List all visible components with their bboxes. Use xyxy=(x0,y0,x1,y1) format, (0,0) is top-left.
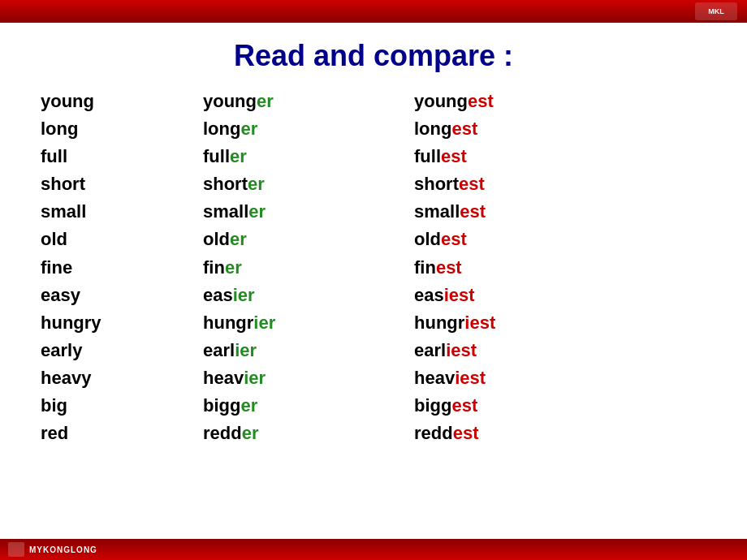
list-item: finest xyxy=(414,254,625,282)
list-item: smallest xyxy=(414,198,625,226)
list-item: shorter xyxy=(203,170,414,198)
list-item: red xyxy=(41,420,203,447)
superlative-column: youngest longest fullest shortest smalle… xyxy=(414,88,625,447)
list-item: heaviest xyxy=(414,364,625,392)
list-item: hungrier xyxy=(203,309,414,337)
list-item: hungry xyxy=(41,309,203,337)
list-item: earliest xyxy=(414,337,625,364)
list-item: youngest xyxy=(414,88,625,115)
list-item: smaller xyxy=(203,198,414,226)
list-item: full xyxy=(41,143,203,170)
list-item: biggest xyxy=(414,392,625,420)
list-item: fine xyxy=(41,254,203,282)
page-title: Read and compare : xyxy=(0,23,747,88)
list-item: fullest xyxy=(414,143,625,170)
list-item: big xyxy=(41,392,203,420)
list-item: oldest xyxy=(414,226,625,253)
footer-logo-icon xyxy=(8,542,24,557)
list-item: hungriest xyxy=(414,309,625,337)
list-item: long xyxy=(41,115,203,143)
footer-bar: MYKONGLONG xyxy=(0,539,747,560)
list-item: easiest xyxy=(414,282,625,309)
list-item: older xyxy=(203,226,414,253)
list-item: heavy xyxy=(41,364,203,392)
list-item: early xyxy=(41,337,203,364)
list-item: longest xyxy=(414,115,625,143)
list-item: easier xyxy=(203,282,414,309)
list-item: young xyxy=(41,88,203,115)
logo-area: MKL xyxy=(695,2,737,20)
content-area: young long full short small old fine eas… xyxy=(0,88,747,447)
list-item: younger xyxy=(203,88,414,115)
base-words-column: young long full short small old fine eas… xyxy=(41,88,203,447)
header-bar: MKL xyxy=(0,0,747,23)
list-item: longer xyxy=(203,115,414,143)
list-item: bigger xyxy=(203,392,414,420)
list-item: small xyxy=(41,198,203,226)
comparative-column: younger longer fuller shorter smaller ol… xyxy=(203,88,414,447)
list-item: shortest xyxy=(414,170,625,198)
list-item: easy xyxy=(41,282,203,309)
logo-text: MKL xyxy=(708,7,724,15)
list-item: old xyxy=(41,226,203,253)
list-item: fuller xyxy=(203,143,414,170)
list-item: finer xyxy=(203,254,414,282)
footer-brand: MYKONGLONG xyxy=(29,545,97,554)
list-item: short xyxy=(41,170,203,198)
list-item: heavier xyxy=(203,364,414,392)
list-item: redder xyxy=(203,420,414,447)
list-item: earlier xyxy=(203,337,414,364)
list-item: reddest xyxy=(414,420,625,447)
